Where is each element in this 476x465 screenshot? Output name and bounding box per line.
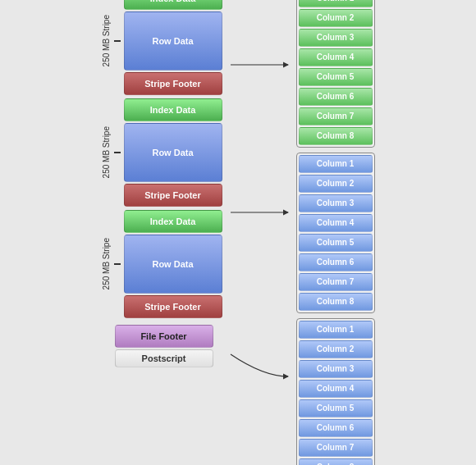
- bracket-1: [112, 40, 121, 42]
- col-3-3: Column 3: [299, 360, 373, 378]
- extra-blocks: File Footer Postscript: [115, 325, 222, 367]
- arrows-svg: [222, 0, 296, 442]
- stripe-group-1: 250 MB Stripe Index Data Row Data Stripe…: [102, 0, 222, 95]
- col-2-2: Column 2: [299, 175, 373, 193]
- col-1-5: Column 5: [299, 68, 373, 86]
- bracket-bottom-2: [114, 153, 121, 153]
- diagram: 250 MB Stripe Index Data Row Data Stripe…: [85, 0, 391, 465]
- middle-area: 250 MB Stripe Index Data Row Data Stripe…: [102, 0, 375, 465]
- col-2-5: Column 5: [299, 234, 373, 252]
- row-block-1: Row Data: [124, 11, 222, 71]
- column-group-2: Column 1 Column 2 Column 3 Column 4 Colu…: [296, 153, 375, 313]
- right-column: Column 1 Column 2 Column 3 Column 4 Colu…: [296, 0, 375, 465]
- stripe-label-container-2: 250 MB Stripe: [102, 98, 121, 207]
- col-2-4: Column 4: [299, 214, 373, 232]
- col-2-1: Column 1: [299, 155, 373, 173]
- row-block-3: Row Data: [124, 235, 222, 294]
- col-2-3: Column 3: [299, 194, 373, 212]
- col-3-2: Column 2: [299, 340, 373, 358]
- col-3-1: Column 1: [299, 321, 373, 339]
- stripe-label-2: 250 MB Stripe: [102, 126, 111, 178]
- bracket-bottom-3: [114, 264, 121, 265]
- col-1-6: Column 6: [299, 88, 373, 106]
- col-2-8: Column 8: [299, 293, 373, 311]
- stripe-blocks-1: Index Data Row Data Stripe Footer: [124, 0, 222, 95]
- col-3-7: Column 7: [299, 439, 373, 457]
- stripe-label-3: 250 MB Stripe: [102, 238, 111, 289]
- bracket-3: [112, 263, 121, 265]
- col-1-3: Column 3: [299, 29, 373, 47]
- arrows-area: [222, 0, 296, 465]
- index-block-1: Index Data: [124, 0, 222, 10]
- postscript-block: Postscript: [115, 349, 213, 367]
- footer-block-3: Stripe Footer: [124, 295, 222, 318]
- stripe-group-2: 250 MB Stripe Index Data Row Data Stripe…: [102, 98, 222, 207]
- col-1-7: Column 7: [299, 107, 373, 125]
- stripe-blocks-2: Index Data Row Data Stripe Footer: [124, 98, 222, 207]
- left-column: 250 MB Stripe Index Data Row Data Stripe…: [102, 0, 222, 465]
- stripe-blocks-3: Index Data Row Data Stripe Footer: [124, 210, 222, 318]
- bracket-bottom-1: [114, 41, 121, 42]
- col-2-6: Column 6: [299, 253, 373, 271]
- stripe-group-3: 250 MB Stripe Index Data Row Data Stripe…: [102, 210, 222, 318]
- column-group-3: Column 1 Column 2 Column 3 Column 4 Colu…: [296, 318, 375, 466]
- col-3-4: Column 4: [299, 380, 373, 398]
- index-block-3: Index Data: [124, 210, 222, 233]
- index-block-2: Index Data: [124, 98, 222, 121]
- stripe-label-container-1: 250 MB Stripe: [102, 0, 121, 95]
- file-footer-block: File Footer: [115, 325, 213, 348]
- col-2-7: Column 7: [299, 273, 373, 291]
- stripe-label-1: 250 MB Stripe: [102, 15, 111, 66]
- row-block-2: Row Data: [124, 123, 222, 182]
- col-1-1: Column 1: [299, 0, 373, 7]
- footer-block-2: Stripe Footer: [124, 184, 222, 207]
- col-3-5: Column 5: [299, 399, 373, 417]
- column-group-1: Column 1 Column 2 Column 3 Column 4 Colu…: [296, 0, 375, 148]
- footer-block-1: Stripe Footer: [124, 72, 222, 95]
- col-3-6: Column 6: [299, 419, 373, 437]
- col-3-8: Column 8: [299, 458, 373, 466]
- stripe-label-container-3: 250 MB Stripe: [102, 210, 121, 318]
- bracket-2: [112, 152, 121, 153]
- col-1-8: Column 8: [299, 127, 373, 145]
- col-1-4: Column 4: [299, 48, 373, 66]
- col-1-2: Column 2: [299, 9, 373, 27]
